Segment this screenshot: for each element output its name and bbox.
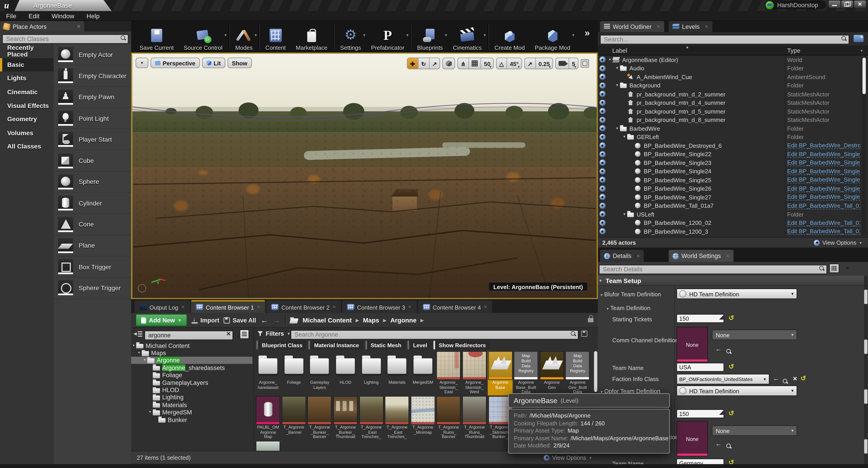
toolbar-button[interactable]: Blueprints ▼ — [412, 21, 448, 53]
menu-item[interactable]: Edit — [23, 12, 46, 19]
lit-mode-button[interactable]: Lit — [202, 58, 225, 68]
dock-tab[interactable]: Content Browser 4✕ — [418, 300, 492, 313]
maximize-viewport-icon[interactable] — [581, 59, 589, 68]
tab-world-settings[interactable]: World Settings✕ — [669, 250, 734, 262]
scale-snap-size[interactable]: 0.25▼ — [536, 58, 553, 69]
placeable-actor-item[interactable]: Sphere — [54, 171, 131, 193]
outliner-view-options[interactable]: View Options▼ — [814, 239, 862, 246]
visibility-eye-icon[interactable] — [599, 202, 606, 209]
team-name-input[interactable] — [677, 363, 724, 372]
asset-tile[interactable]: PALBL_OM Argonne Map — [256, 396, 281, 440]
dock-tab[interactable]: Content Browser 2✕ — [267, 300, 341, 313]
grid-snap-size[interactable]: 50▼ — [481, 58, 493, 69]
tab-details[interactable]: i Details✕ — [600, 250, 644, 262]
spinner-icon[interactable] — [719, 315, 723, 320]
outliner-row[interactable]: ▸ GERLeft Folder — [598, 133, 868, 141]
spinner-icon[interactable] — [719, 410, 723, 415]
asset-tile[interactable]: T_Argonne _Bunker_ Banner — [307, 396, 332, 440]
expand-arrow-icon[interactable]: ▸ — [137, 350, 142, 355]
expand-arrow-icon[interactable]: ▸ — [608, 58, 612, 62]
comm-channel-dropdown[interactable]: None▼ — [712, 330, 797, 340]
transform-tools[interactable]: ✚ ↻ ↗ — [407, 58, 440, 69]
outliner-row[interactable]: pr_background_mtn_d_5_summer StaticMeshA… — [598, 107, 868, 115]
team-definition-label[interactable]: ▸Team Definition — [607, 305, 650, 311]
reset-to-default-icon[interactable]: ↺ — [800, 374, 806, 382]
reset-to-default-icon[interactable]: ↺ — [728, 363, 734, 370]
placeable-actor-item[interactable]: Empty Character — [54, 66, 131, 87]
outliner-row[interactable]: BP_BarbedWire_Single23 Edit BP_BarbedWir… — [598, 158, 868, 167]
category-item[interactable]: Cinematic — [0, 85, 54, 99]
filter-chip[interactable]: Static Mesh — [365, 341, 405, 349]
rotation-snap-toggle[interactable]: △ — [497, 58, 507, 69]
outliner-row[interactable]: BP_BarbedWire_Single27 Edit BP_BarbedWir… — [598, 193, 868, 201]
camera-speed-button[interactable] — [556, 58, 569, 69]
browse-icon[interactable] — [726, 441, 731, 451]
expand-arrow-icon[interactable]: ▸ — [615, 83, 620, 88]
save-all-button[interactable]: Save All — [224, 317, 256, 323]
rotate-tool-button[interactable]: ↻ — [418, 58, 429, 69]
visibility-eye-icon[interactable] — [599, 143, 606, 149]
placeable-actor-item[interactable]: ♟ Empty Pawn — [54, 87, 131, 108]
visibility-eye-icon[interactable] — [599, 177, 606, 183]
asset-tile[interactable] — [256, 441, 281, 451]
expand-arrow-icon[interactable]: ▸ — [143, 358, 147, 363]
level-window-tab[interactable]: ArgonneBase — [14, 0, 112, 11]
category-item[interactable]: Recently Placed — [0, 44, 54, 58]
folder-tree-item[interactable]: ▸ Foliage — [131, 371, 252, 379]
outliner-row[interactable]: BP_BarbedWire_1200_3 Edit BP_BarbedWire_… — [598, 227, 868, 236]
sources-list-toggle-icon[interactable] — [240, 330, 249, 339]
visibility-eye-icon[interactable] — [599, 65, 606, 71]
add-new-button[interactable]: Add New▼ — [135, 314, 187, 326]
reset-to-default-icon[interactable]: ↺ — [728, 314, 734, 322]
asset-tile[interactable]: T_Argonne _East Trenches_ — [359, 396, 384, 440]
details-view-options[interactable] — [843, 265, 847, 275]
expand-arrow-icon[interactable]: ▸ — [622, 212, 627, 217]
scale-snap-group[interactable]: ↗ 0.25▼ — [524, 58, 553, 69]
outliner-row[interactable]: BP_BarbedWire_Single24 Edit BP_BarbedWir… — [598, 167, 868, 176]
folder-tree-item[interactable]: ▸ Maps — [131, 349, 252, 357]
user-account-badge[interactable]: HarshDoorstop — [765, 0, 826, 9]
placeable-actor-item[interactable]: Cube — [54, 150, 131, 171]
scale-tool-button[interactable]: ↗ — [429, 58, 440, 69]
placeable-actor-item[interactable]: Empty Actor — [54, 44, 131, 66]
asset-tile[interactable]: Lighting — [359, 351, 384, 396]
outliner-row[interactable]: ▸ ArgonneBase (Editor) World — [598, 56, 868, 64]
visibility-eye-icon[interactable] — [599, 185, 606, 191]
clear-search-icon[interactable]: ✕ — [226, 331, 231, 337]
search-classes-input[interactable] — [2, 34, 128, 43]
coordinate-space-button[interactable] — [443, 58, 455, 69]
opfor-comm-channel-thumbnail[interactable]: None — [677, 421, 708, 456]
blufor-team-definition-dropdown[interactable]: HD Team Definition▼ — [677, 289, 797, 299]
outliner-row[interactable]: ▸ USLeft Folder — [598, 210, 868, 219]
outliner-row[interactable]: pr_background_mtn_d_8_summer StaticMeshA… — [598, 115, 868, 124]
visibility-eye-icon[interactable] — [599, 168, 606, 175]
asset-tile[interactable]: MergedSM — [410, 351, 435, 396]
chevron-down-icon[interactable]: ▼ — [254, 33, 258, 37]
lock-icon[interactable] — [588, 318, 594, 322]
filter-chip[interactable]: Material Instance — [309, 341, 363, 349]
move-tool-button[interactable]: ✚ — [407, 58, 418, 69]
outliner-row[interactable]: pr_background_mtn_d_2_summer StaticMeshA… — [598, 90, 868, 98]
toolbar-button[interactable]: Create Mod — [490, 21, 530, 53]
visibility-eye-icon[interactable] — [599, 134, 606, 140]
filter-chip[interactable]: Level — [407, 341, 431, 349]
toolbar-button[interactable]: Cinematics ▼ — [448, 21, 487, 53]
expand-arrow-icon[interactable]: ▸ — [622, 135, 627, 139]
chevron-down-icon[interactable]: ▼ — [405, 33, 409, 37]
browse-icon[interactable] — [783, 376, 788, 386]
blufor-team-definition-label[interactable]: ▸Blufor Team Definition — [600, 291, 661, 297]
asset-tile[interactable]: Map Build Data Registry Argonne Base_Bui… — [514, 351, 539, 396]
placeable-actor-item[interactable]: Point Light — [54, 108, 131, 129]
filter-chip[interactable]: Show Redirectors — [433, 341, 490, 349]
asset-tile[interactable]: T_Argonne _Ruins_ Thumbnail — [462, 396, 487, 440]
perspective-button[interactable]: Perspective — [151, 58, 200, 68]
show-flags-button[interactable]: Show — [227, 58, 252, 68]
visibility-eye-icon[interactable] — [599, 100, 606, 106]
asset-tile[interactable]: Materials — [384, 351, 409, 396]
asset-tile[interactable]: Argonne Geo — [539, 351, 564, 396]
rotation-snap-group[interactable]: △ 45°▼ — [496, 58, 522, 69]
visibility-eye-icon[interactable] — [599, 194, 606, 200]
viewport-options-dropdown[interactable]: ▼ — [135, 58, 148, 68]
new-folder-icon[interactable] — [854, 35, 864, 42]
import-button[interactable]: Import — [191, 317, 219, 323]
